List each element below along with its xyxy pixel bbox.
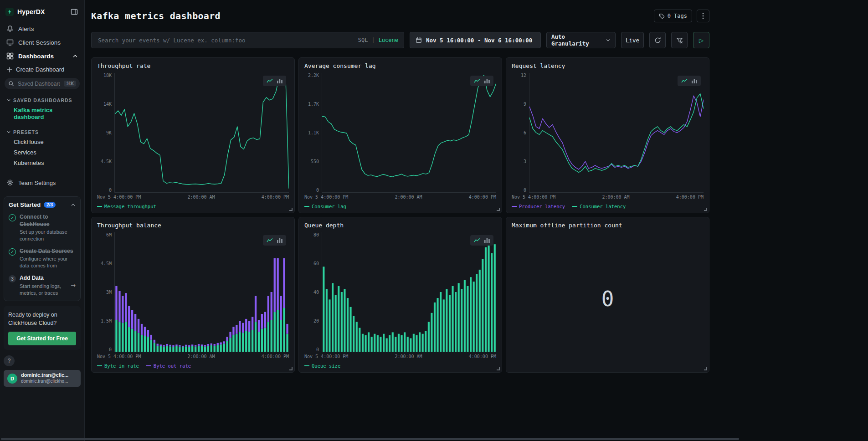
sidebar-item-label: Alerts: [18, 26, 34, 32]
user-menu[interactable]: D dominic.tran@clic... dominic.tran@clic…: [4, 370, 81, 386]
chart-title: Request latency: [512, 62, 704, 69]
main-area: Kafka metrics dashboard 0 Tags: [85, 0, 868, 441]
y-axis: 18K14K9K4.5K0: [97, 73, 114, 193]
chevron-down-icon: [6, 98, 11, 103]
sidebar-item-preset-services[interactable]: Services: [4, 147, 81, 158]
saved-dashboards-heading[interactable]: SAVED DASHBOARDS: [4, 96, 81, 105]
filter-button[interactable]: [671, 32, 688, 48]
refresh-button[interactable]: [649, 32, 666, 48]
line-chart-icon[interactable]: [267, 78, 273, 83]
sidebar-item-client-sessions[interactable]: Client Sessions: [4, 36, 81, 49]
bar-chart-icon[interactable]: [484, 78, 490, 83]
collapse-sidebar-icon[interactable]: [70, 7, 79, 16]
resize-handle[interactable]: [497, 367, 500, 370]
bar-chart-icon[interactable]: [277, 238, 282, 243]
line-chart-icon[interactable]: [681, 78, 688, 83]
arrow-right-icon: →: [71, 282, 76, 289]
legend-item[interactable]: Consumer latency: [572, 203, 626, 209]
create-dashboard-label: Create Dashboard: [16, 66, 64, 73]
tags-button[interactable]: 0 Tags: [654, 10, 692, 22]
x-axis-tick: 2:00:00 AM: [187, 195, 215, 200]
legend-item[interactable]: Message throughput: [97, 203, 156, 209]
refresh-icon: [654, 37, 661, 44]
line-chart-icon[interactable]: [474, 78, 480, 83]
resize-handle[interactable]: [704, 367, 707, 370]
get-started-step-datasources[interactable]: ✓ Create Data Sources Configure where yo…: [9, 248, 76, 269]
y-axis-tick: 1.1K: [308, 130, 319, 135]
help-button[interactable]: ?: [4, 355, 15, 366]
y-axis-tick: 18K: [103, 73, 112, 78]
x-axis-tick: 2:00:00 AM: [602, 195, 629, 200]
bar-chart-icon[interactable]: [277, 78, 282, 83]
legend-swatch: [304, 365, 309, 366]
chart-legend: Consumer lag: [304, 203, 496, 209]
saved-dashboards-search[interactable]: ⌘K: [5, 78, 80, 89]
get-started-step-connect[interactable]: ✓ Connect to ClickHouse Set up your data…: [9, 214, 76, 242]
get-started-free-button[interactable]: Get Started for Free: [8, 332, 76, 345]
plot-area[interactable]: [114, 232, 289, 352]
chart-panel-throughput-rate: Throughput rate 18K14K9K4.5K0 Nov 5 4:00…: [91, 57, 295, 213]
get-started-step-add-data[interactable]: 3 Add Data Start sending logs, metrics, …: [9, 275, 76, 296]
saved-dashboards-search-input[interactable]: [17, 80, 61, 87]
legend-item[interactable]: Consumer lag: [304, 203, 346, 209]
sidebar-item-kafka-dashboard[interactable]: Kafka metrics dashboard: [4, 105, 81, 122]
y-axis-tick: 4.5M: [101, 261, 112, 266]
tag-icon: [659, 13, 665, 19]
search-icon: [8, 81, 14, 87]
resize-handle[interactable]: [289, 367, 293, 370]
plot-area[interactable]: [114, 73, 289, 193]
plot-area[interactable]: [322, 73, 496, 193]
kebab-menu-icon: [702, 13, 704, 19]
y-axis-tick: 0: [524, 188, 526, 193]
step-description: Set up your database connection: [20, 229, 76, 242]
sql-toggle[interactable]: SQL: [358, 37, 368, 43]
chart-type-toggle[interactable]: [470, 235, 493, 246]
progress-badge: 2/3: [44, 202, 56, 208]
resize-handle[interactable]: [704, 208, 707, 211]
plot-area[interactable]: [322, 232, 496, 352]
sidebar-item-team-settings[interactable]: Team Settings: [4, 175, 81, 190]
bar-chart-icon[interactable]: [484, 238, 490, 243]
granularity-select[interactable]: Auto Granularity: [546, 32, 616, 48]
calendar-icon: [416, 37, 422, 43]
get-started-title: Get Started: [9, 201, 41, 208]
horizontal-scrollbar[interactable]: [1, 438, 739, 440]
plot-area[interactable]: [529, 73, 704, 193]
event-search[interactable]: SQL | Lucene: [91, 32, 404, 48]
create-dashboard-button[interactable]: Create Dashboard: [4, 63, 81, 76]
resize-handle[interactable]: [497, 208, 500, 211]
step-number-badge: 3: [9, 275, 16, 282]
bar-chart-icon[interactable]: [692, 78, 697, 83]
chart-panel-throughput-balance: Throughput balance 6M4.5M3M1.5M0 Nov 5 4…: [91, 217, 295, 373]
run-query-button[interactable]: ▷: [693, 32, 709, 48]
y-axis: 6M4.5M3M1.5M0: [97, 232, 114, 352]
hyperdx-logo-icon: [5, 8, 14, 16]
live-button[interactable]: Live: [621, 32, 644, 48]
legend-item[interactable]: Byte in rate: [97, 363, 139, 369]
resize-handle[interactable]: [289, 208, 293, 211]
sidebar-item-alerts[interactable]: Alerts: [4, 22, 81, 36]
get-started-header[interactable]: Get Started 2/3: [9, 201, 76, 208]
presets-heading[interactable]: PRESETS: [4, 128, 81, 137]
sidebar-item-preset-clickhouse[interactable]: ClickHouse: [4, 137, 81, 147]
chart-type-toggle[interactable]: [263, 76, 286, 86]
chart-type-toggle[interactable]: [470, 76, 493, 86]
legend-item[interactable]: Queue size: [304, 363, 340, 369]
legend-item[interactable]: Producer latency: [512, 203, 565, 209]
y-axis-tick: 0: [316, 188, 319, 193]
line-chart-icon[interactable]: [267, 238, 273, 243]
chevron-up-icon: [71, 202, 76, 207]
dashboard-menu-button[interactable]: [697, 10, 709, 22]
y-axis-tick: 6: [524, 130, 526, 135]
line-chart-icon[interactable]: [474, 238, 480, 243]
sidebar-item-preset-kubernetes[interactable]: Kubernetes: [4, 158, 81, 168]
lucene-toggle[interactable]: Lucene: [379, 37, 398, 43]
chart-title: Throughput balance: [97, 222, 289, 229]
chart-panel-queue-depth: Queue depth 806040200 Nov 5 4:00:00 PM2:…: [298, 217, 502, 373]
legend-item[interactable]: Byte out rate: [146, 363, 191, 369]
chart-type-toggle[interactable]: [263, 235, 286, 246]
chart-type-toggle[interactable]: [678, 76, 701, 86]
sidebar-item-dashboards[interactable]: Dashboards: [4, 49, 81, 63]
date-range-picker[interactable]: Nov 5 16:00:00 - Nov 6 16:00:00: [410, 32, 541, 48]
event-search-input[interactable]: [97, 36, 354, 44]
